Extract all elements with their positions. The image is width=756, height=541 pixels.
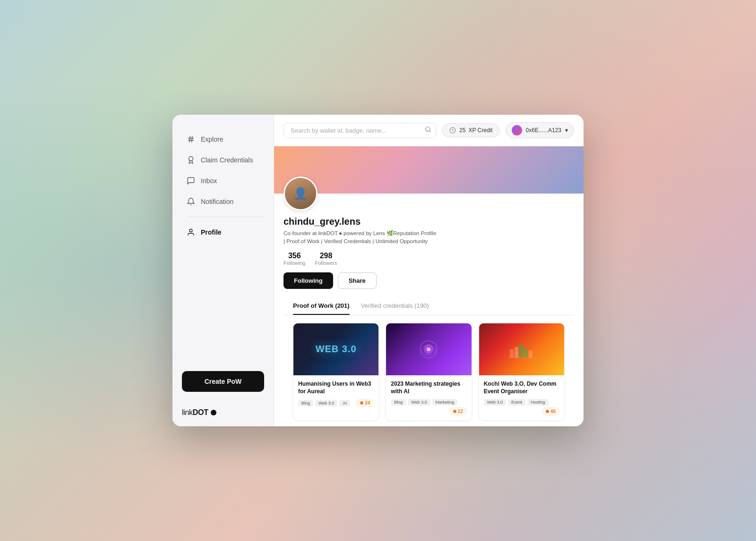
svg-rect-16 xyxy=(529,350,533,358)
logo-dot xyxy=(211,410,216,415)
card-3[interactable]: Kochi Web 3.O, Dev Comm Event Organiser … xyxy=(479,323,565,421)
card-2-tags: Blog Web 3.0 Marketing 12 xyxy=(391,399,466,415)
sidebar-item-label: Profile xyxy=(201,228,222,236)
profile-username: chindu_grey.lens xyxy=(284,216,574,227)
score-dot xyxy=(546,410,549,413)
tag-blog: Blog xyxy=(298,400,313,406)
svg-point-5 xyxy=(189,229,192,232)
tag-blog: Blog xyxy=(391,399,406,406)
message-icon xyxy=(187,177,195,185)
card-2-score: 12 xyxy=(449,407,467,415)
profile-info: chindu_grey.lens Co-founder at linkDOT.●… xyxy=(274,194,584,426)
card-2[interactable]: 2023 Marketing strategies with AI Blog W… xyxy=(386,323,472,421)
svg-rect-15 xyxy=(524,348,528,358)
sidebar-item-label: Explore xyxy=(201,135,223,143)
tag-event: Event xyxy=(508,399,525,406)
sidebar-item-inbox[interactable]: Inbox xyxy=(177,170,274,191)
card-1-body: Humanising Users in Web3 for Aureal Blog… xyxy=(293,375,378,412)
xp-label: XP Credit xyxy=(468,127,492,134)
score-value: 46 xyxy=(550,409,556,414)
card-1-image-text: WEB 3.0 xyxy=(316,344,357,355)
profile-bio: Co-founder at linkDOT.● powered by Lens … xyxy=(284,229,574,246)
card-1-title: Humanising Users in Web3 for Aureal xyxy=(298,380,374,396)
sidebar-item-explore[interactable]: Explore xyxy=(177,129,274,150)
sidebar-item-profile[interactable]: Profile xyxy=(177,222,274,243)
search-box xyxy=(284,123,436,138)
card-1-tags: Blog Web 3.0 AI 24 xyxy=(298,399,374,407)
tag-web3: Web 3.0 xyxy=(484,399,506,406)
avatar-image: 👤 xyxy=(285,178,316,209)
card-1-score: 24 xyxy=(356,399,374,407)
tag-ai: AI xyxy=(339,400,350,406)
wallet-badge[interactable]: 0x6E......A123 ▾ xyxy=(506,122,574,138)
score-value: 12 xyxy=(458,409,463,414)
nav-items: Explore Claim Credentials Inbox Notifica… xyxy=(172,129,274,364)
profile-area: 👤 chindu_grey.lens Co-founder at linkDOT… xyxy=(274,146,584,426)
logo-text: linkDOT xyxy=(182,408,208,417)
cards-grid: WEB 3.0 Humanising Users in Web3 for Aur… xyxy=(284,315,574,427)
sidebar-item-notification[interactable]: Notification xyxy=(177,191,274,212)
followers-count: 298 xyxy=(320,252,333,260)
main-content: 25 XP Credit 0x6E......A123 ▾ 👤 chindu_g… xyxy=(274,115,584,426)
xp-badge: 25 XP Credit xyxy=(442,123,500,137)
top-bar: 25 XP Credit 0x6E......A123 ▾ xyxy=(274,115,584,146)
avatar: 👤 xyxy=(284,177,318,211)
chevron-down-icon: ▾ xyxy=(565,127,568,134)
tag-web3: Web 3.0 xyxy=(315,400,337,406)
cover-photo: 👤 xyxy=(274,146,584,194)
score-dot xyxy=(360,401,363,405)
tag-marketing: Marketing xyxy=(432,399,458,406)
card-3-tags: Web 3.0 Event Hosting 46 xyxy=(484,399,559,415)
card-2-title: 2023 Marketing strategies with AI xyxy=(391,380,466,396)
award-icon xyxy=(187,156,195,164)
followers-stat: 298 Followers xyxy=(315,252,337,266)
sidebar: Explore Claim Credentials Inbox Notifica… xyxy=(172,115,274,426)
following-stat: 356 Following xyxy=(284,252,305,266)
following-count: 356 xyxy=(288,252,301,260)
user-icon xyxy=(187,228,195,237)
card-3-title: Kochi Web 3.O, Dev Comm Event Organiser xyxy=(484,380,559,396)
search-icon[interactable] xyxy=(425,126,431,135)
sidebar-item-label: Claim Credentials xyxy=(201,156,253,164)
tab-proof-of-work[interactable]: Proof of Work (201) xyxy=(293,297,350,315)
svg-line-3 xyxy=(192,136,193,143)
card-3-score: 46 xyxy=(542,407,559,415)
svg-rect-14 xyxy=(519,345,523,358)
svg-point-6 xyxy=(426,127,430,131)
bell-icon xyxy=(187,197,195,206)
hash-icon xyxy=(187,135,195,144)
svg-point-11 xyxy=(427,347,430,351)
xp-amount: 25 xyxy=(459,127,465,134)
card-1-image: WEB 3.0 xyxy=(293,323,378,375)
bio-line2: | Proof of Work | Verified Credentials |… xyxy=(284,238,428,244)
sidebar-item-claim-credentials[interactable]: Claim Credentials xyxy=(177,150,274,170)
create-pow-button[interactable]: Create PoW xyxy=(182,371,264,392)
svg-point-4 xyxy=(189,157,193,161)
svg-rect-12 xyxy=(510,349,514,358)
bio-line1: Co-founder at linkDOT.● powered by Lens … xyxy=(284,230,436,236)
tag-hosting: Hosting xyxy=(527,399,549,406)
svg-rect-13 xyxy=(515,347,518,358)
app-window: Explore Claim Credentials Inbox Notifica… xyxy=(172,115,584,426)
svg-line-2 xyxy=(189,136,190,143)
nav-divider xyxy=(187,217,264,217)
stats-row: 356 Following 298 Followers xyxy=(284,252,574,266)
card-3-body: Kochi Web 3.O, Dev Comm Event Organiser … xyxy=(479,375,564,421)
following-label: Following xyxy=(284,260,305,266)
xp-icon xyxy=(449,127,456,134)
following-button[interactable]: Following xyxy=(284,272,333,289)
score-dot xyxy=(453,410,456,413)
card-2-body: 2023 Marketing strategies with AI Blog W… xyxy=(386,375,471,421)
sidebar-item-label: Notification xyxy=(201,198,233,205)
svg-line-7 xyxy=(430,131,431,132)
tab-verified-credentials[interactable]: Verified credentials (190) xyxy=(361,297,429,315)
tag-web3: Web 3.0 xyxy=(408,399,430,406)
card-1[interactable]: WEB 3.0 Humanising Users in Web3 for Aur… xyxy=(293,323,379,421)
share-button[interactable]: Share xyxy=(338,272,377,289)
search-input[interactable] xyxy=(284,123,436,138)
wallet-avatar xyxy=(512,125,522,135)
tabs-row: Proof of Work (201) Verified credentials… xyxy=(284,297,574,315)
followers-label: Followers xyxy=(315,260,337,266)
logo-area: linkDOT xyxy=(172,399,274,417)
action-row: Following Share xyxy=(284,272,574,289)
